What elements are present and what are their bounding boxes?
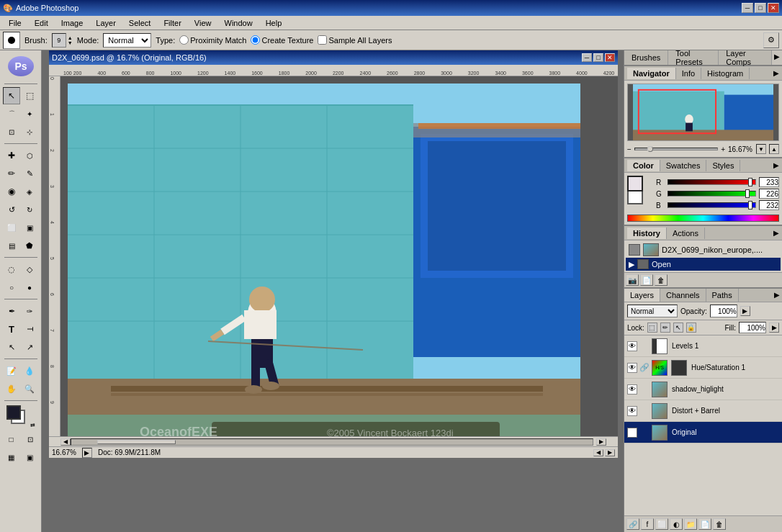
green-slider[interactable] (668, 191, 756, 197)
status-menu-button[interactable]: ▶ (82, 448, 92, 458)
menu-window[interactable]: Window (219, 17, 259, 29)
blue-input[interactable] (759, 200, 779, 210)
horizontal-scrollbar[interactable]: ◀ ▶ (49, 436, 618, 446)
proximity-match-radio[interactable]: Proximity Match (179, 35, 246, 45)
zoom-out-icon[interactable]: − (627, 145, 632, 153)
horizontal-scroll-thumb[interactable] (97, 440, 176, 444)
tab-info[interactable]: Info (676, 68, 701, 79)
eyedropper-tool[interactable]: 💧 (21, 362, 38, 379)
tab-styles[interactable]: Styles (706, 160, 740, 171)
tab-color[interactable]: Color (627, 160, 660, 171)
blur-tool[interactable]: ◌ (3, 261, 20, 278)
fill-arrow[interactable]: ▶ (769, 323, 779, 333)
mode-select[interactable]: Normal Replace (103, 33, 151, 48)
red-input[interactable] (759, 177, 779, 187)
doc-maximize-button[interactable]: □ (593, 53, 603, 62)
opacity-input[interactable] (710, 305, 737, 317)
lock-all-icon[interactable]: 🔒 (686, 323, 696, 333)
paint-bucket-tool[interactable]: ⬟ (21, 237, 38, 254)
magic-wand-tool[interactable]: ✦ (21, 105, 38, 122)
art-history-brush-tool[interactable]: ↻ (21, 201, 38, 218)
burn-tool[interactable]: ● (21, 279, 38, 296)
color-spectrum-bar[interactable] (627, 215, 779, 222)
patch-tool[interactable]: ⬡ (21, 147, 38, 164)
quick-mask-button[interactable]: ⊡ (22, 430, 39, 448)
opacity-arrow[interactable]: ▶ (740, 306, 750, 316)
layer-visibility-hue-sat[interactable]: 👁 (627, 363, 637, 373)
pattern-stamp-tool[interactable]: ◈ (21, 183, 38, 200)
layer-item-distort[interactable]: 👁 Distort + Barrel (624, 400, 782, 422)
maximize-button[interactable]: □ (755, 3, 766, 13)
freeform-pen-tool[interactable]: ✑ (21, 302, 38, 320)
horizontal-scroll-track[interactable] (71, 438, 593, 446)
tab-swatches[interactable]: Swatches (660, 160, 707, 171)
zoom-collapse-button[interactable]: ▼ (756, 144, 766, 154)
standard-mode-button[interactable]: □ (3, 430, 20, 448)
layers-panel-close[interactable]: ▶ (772, 289, 782, 302)
tab-brushes[interactable]: Brushes (624, 50, 668, 65)
layer-visibility-levels-1[interactable]: 👁 (627, 341, 637, 351)
canvas-viewport[interactable]: OceanofEXE ©2005 Vincent Bockaert 123di (60, 76, 618, 436)
layer-visibility-distort[interactable]: 👁 (627, 406, 637, 416)
red-slider[interactable] (668, 179, 756, 185)
background-eraser-tool[interactable]: ▣ (21, 219, 38, 236)
doc-next-button[interactable]: ▶ (605, 449, 615, 456)
zoom-in-icon[interactable]: + (721, 145, 725, 153)
history-panel-close[interactable]: ▶ (773, 229, 779, 237)
history-brush-tool[interactable]: ↺ (3, 201, 20, 218)
color-panel-close[interactable]: ▶ (773, 161, 779, 169)
brush-size-down[interactable]: ▼ (68, 40, 73, 45)
lasso-tool[interactable]: ⌒ (3, 105, 20, 122)
crop-tool[interactable]: ⊡ (3, 123, 20, 140)
add-style-button[interactable]: f (641, 518, 654, 530)
brush-preview[interactable] (3, 32, 20, 49)
tab-navigator[interactable]: Navigator (627, 68, 676, 79)
tool-options-button[interactable]: ⚙ (763, 32, 779, 48)
tab-tool-presets[interactable]: Tool Presets (668, 50, 719, 65)
brush-size-up[interactable]: ▲ (68, 35, 73, 40)
green-input[interactable] (759, 189, 779, 199)
brush-size-display[interactable]: 9 (52, 33, 66, 48)
marquee-tool[interactable]: ⬚ (21, 87, 38, 104)
sample-all-layers-checkbox[interactable]: Sample All Layers (318, 35, 392, 45)
tab-actions[interactable]: Actions (667, 227, 705, 239)
history-item-open[interactable]: ▶ Open (626, 258, 781, 271)
history-snapshot[interactable]: D2X_0699_nikon_europe,.... (626, 242, 781, 258)
create-document-button[interactable]: 📄 (640, 274, 653, 286)
tab-history[interactable]: History (627, 227, 667, 239)
pencil-tool[interactable]: ✎ (21, 165, 38, 182)
layer-visibility-original[interactable]: 👁 (627, 428, 637, 438)
layer-item-original[interactable]: 👁 Original (624, 422, 782, 443)
doc-prev-button[interactable]: ◀ (593, 449, 603, 456)
fill-input[interactable] (739, 322, 766, 333)
scroll-left-button[interactable]: ◀ (60, 438, 71, 446)
close-button[interactable]: ✕ (768, 3, 779, 13)
create-snapshot-button[interactable]: 📷 (626, 274, 639, 286)
new-layer-button[interactable]: 📄 (698, 518, 711, 530)
tab-channels[interactable]: Channels (660, 289, 706, 302)
healing-brush-tool[interactable]: ✚ (3, 147, 20, 164)
screen-mode-button-2[interactable]: ▣ (22, 448, 39, 466)
hand-tool[interactable]: ✋ (3, 380, 20, 397)
tab-histogram[interactable]: Histogram (701, 68, 750, 79)
layer-item-levels-1[interactable]: 👁 Lv Levels 1 (624, 335, 782, 357)
top-panel-close[interactable]: ▶ (772, 50, 782, 65)
path-selection-tool[interactable]: ↖ (3, 338, 20, 356)
pen-tool[interactable]: ✒ (3, 302, 20, 320)
zoom-slider[interactable] (634, 148, 718, 150)
red-thumb[interactable] (748, 178, 752, 186)
menu-filter[interactable]: Filter (158, 17, 186, 29)
tab-layers[interactable]: Layers (624, 289, 660, 302)
menu-select[interactable]: Select (123, 17, 157, 29)
direct-selection-tool[interactable]: ↗ (21, 338, 38, 356)
menu-layer[interactable]: Layer (90, 17, 122, 29)
foreground-color-swatch[interactable] (6, 405, 21, 420)
tab-layer-comps[interactable]: Layer Comps (719, 50, 772, 65)
add-mask-button[interactable]: ⬜ (655, 518, 668, 530)
move-tool[interactable]: ↖ (3, 87, 20, 104)
menu-view[interactable]: View (189, 17, 217, 29)
delete-layer-button[interactable]: 🗑 (713, 518, 726, 530)
slice-tool[interactable]: ⊹ (21, 123, 38, 140)
eraser-tool[interactable]: ⬜ (3, 219, 20, 236)
swap-colors-icon[interactable]: ⇄ (30, 422, 35, 428)
